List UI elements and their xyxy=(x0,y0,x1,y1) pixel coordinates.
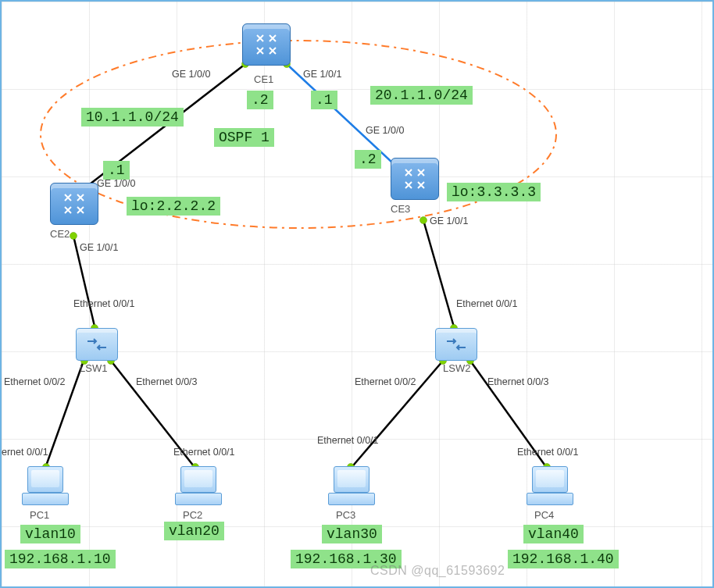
router-icon xyxy=(242,23,291,66)
router-ce2[interactable] xyxy=(50,183,98,225)
port-lsw2-eth001: Ethernet 0/0/1 xyxy=(456,298,518,309)
pc4[interactable] xyxy=(527,466,572,505)
svg-point-4 xyxy=(70,233,77,240)
port-lsw1-eth001: Ethernet 0/0/1 xyxy=(73,298,135,309)
pc2[interactable] xyxy=(175,466,220,505)
pc-icon xyxy=(175,466,220,505)
loopback-ce3: lo:3.3.3.3 xyxy=(447,183,541,201)
port-pc4-eth: Ethernet 0/0/1 xyxy=(517,447,579,458)
switch-icon xyxy=(435,328,477,361)
port-ce1-ge101: GE 1/0/1 xyxy=(303,69,341,80)
port-lsw2-eth003: Ethernet 0/0/3 xyxy=(487,376,549,387)
pc4-ip: 192.168.1.40 xyxy=(508,550,619,568)
pc1-ip: 192.168.1.10 xyxy=(5,550,116,568)
router-ce3[interactable] xyxy=(391,158,439,200)
port-ce3-ge101: GE 1/0/1 xyxy=(430,216,468,226)
pc4-vlan: vlan40 xyxy=(523,525,584,543)
port-ce3-ge100: GE 1/0/0 xyxy=(366,125,404,136)
pc-icon xyxy=(22,466,67,505)
port-pc1-eth: ernet 0/0/1 xyxy=(2,447,48,458)
subnet-right: 20.1.1.0/24 xyxy=(370,86,473,105)
pc-icon xyxy=(527,466,572,505)
lsw2-label: LSW2 xyxy=(443,362,470,374)
loopback-ce2: lo:2.2.2.2 xyxy=(127,197,220,216)
subnet-left: 10.1.1.0/24 xyxy=(81,108,184,127)
pc1-vlan: vlan10 xyxy=(20,525,80,543)
pc3-label: PC3 xyxy=(336,509,355,521)
link-ce1-ce3 xyxy=(287,64,404,173)
pc2-label: PC2 xyxy=(183,509,202,521)
port-ce1-ge100: GE 1/0/0 xyxy=(172,69,210,80)
ospf-area-label: OSPF 1 xyxy=(214,128,274,147)
router-icon xyxy=(391,158,439,200)
port-lsw2-eth002: Ethernet 0/0/2 xyxy=(355,376,416,387)
port-ce2-ge101: GE 1/0/1 xyxy=(80,242,118,253)
pc4-label: PC4 xyxy=(534,509,554,521)
ce3-label: CE3 xyxy=(391,203,410,215)
switch-lsw1[interactable] xyxy=(76,328,118,361)
port-pc2-eth: Ethernet 0/0/1 xyxy=(173,447,235,458)
switch-lsw2[interactable] xyxy=(435,328,477,361)
port-pc3-eth: Ethernet 0/0/1 xyxy=(317,435,379,446)
pc-icon xyxy=(328,466,373,505)
ip-ce1-left: .2 xyxy=(247,91,273,109)
port-ce2-ge100: GE 1/0/0 xyxy=(97,178,135,189)
ip-ce2: .1 xyxy=(103,161,130,180)
ip-ce3: .2 xyxy=(355,150,381,169)
pc1-label: PC1 xyxy=(30,509,49,521)
topology-canvas: CE1 CE2 CE3 LSW1 LSW2 xyxy=(0,0,714,588)
switch-icon xyxy=(76,328,118,361)
link-ce3-lsw2 xyxy=(423,220,455,330)
router-ce1[interactable] xyxy=(242,23,291,66)
pc2-vlan: vlan20 xyxy=(164,522,224,540)
svg-point-5 xyxy=(420,217,427,224)
port-lsw1-eth003: Ethernet 0/0/3 xyxy=(136,376,198,387)
ce2-label: CE2 xyxy=(50,228,70,240)
watermark: CSDN @qq_61593692 xyxy=(370,564,505,578)
ip-ce1-right: .1 xyxy=(311,91,337,109)
port-lsw1-eth002: Ethernet 0/0/2 xyxy=(4,376,66,387)
pc1[interactable] xyxy=(22,466,67,505)
ce1-label: CE1 xyxy=(254,73,273,85)
router-icon xyxy=(50,183,98,225)
pc3[interactable] xyxy=(328,466,373,505)
lsw1-label: LSW1 xyxy=(80,362,107,374)
pc3-vlan: vlan30 xyxy=(322,525,382,543)
